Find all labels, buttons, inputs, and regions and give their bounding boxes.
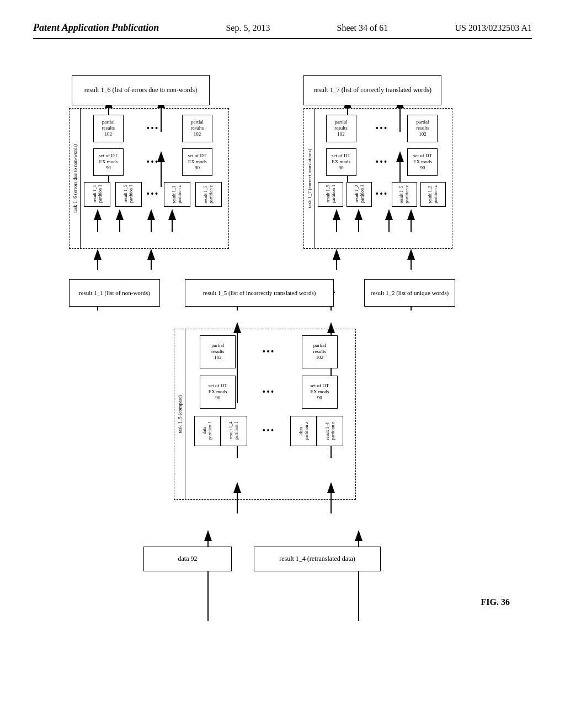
result1-5-partz: result 1_5partition z bbox=[195, 182, 222, 207]
result1-1-box: result 1_1 (list of non-words) bbox=[69, 279, 160, 307]
partial-results-1-left: partialresults102 bbox=[93, 115, 124, 142]
dots-8: ••• bbox=[263, 387, 275, 397]
task1-5-group: task 1_5 (compare) partialresults102 •••… bbox=[174, 329, 356, 500]
set-dt-1-left: set of DTEX mods90 bbox=[93, 148, 124, 176]
set-dt-2-right: set of DTEX mods90 bbox=[407, 148, 438, 176]
result1-2-box: result 1_2 (list of unique words) bbox=[364, 279, 455, 307]
result1-1-partz: result 1_1partition z bbox=[164, 182, 190, 207]
result1-5-part1: result 1_5partition 1 bbox=[115, 182, 142, 207]
result1-2-part1: result 1_2partition 1 bbox=[347, 182, 372, 207]
partial-results-3-left: partialresults102 bbox=[200, 335, 236, 368]
result1-5-partz-r: result 1_5partition z bbox=[392, 182, 417, 207]
partial-results-1-right: partialresults102 bbox=[182, 115, 212, 142]
dots-7: ••• bbox=[263, 347, 275, 357]
dots-9: ••• bbox=[263, 426, 275, 436]
result1-4-partz: result 1_4partition z bbox=[317, 416, 343, 446]
set-dt-1-right: set of DTEX mods90 bbox=[182, 148, 212, 176]
header-sheet: Sheet 34 of 61 bbox=[337, 23, 388, 33]
partial-results-2-left: partialresults102 bbox=[326, 115, 356, 142]
partial-results-2-right: partialresults102 bbox=[407, 115, 438, 142]
dots-6: ••• bbox=[376, 189, 388, 199]
fig-label: FIG. 36 bbox=[481, 597, 510, 607]
task1-7-group: task 1_7 (correct translations) partialr… bbox=[303, 108, 452, 249]
dots-5: ••• bbox=[376, 157, 388, 167]
task1-5-label: task 1_5 (compare) bbox=[177, 395, 183, 433]
dots-3: ••• bbox=[147, 189, 159, 199]
diagram-area: result 1_6 (list of errors due to non-wo… bbox=[33, 50, 532, 690]
data-partz: datapartition z bbox=[290, 416, 317, 446]
page: Patent Application Publication Sep. 5, 2… bbox=[0, 0, 565, 728]
dots-1: ••• bbox=[147, 124, 159, 133]
result1-2-partz: result 1_2partition z bbox=[420, 182, 446, 207]
result1-6-box: result 1_6 (list of errors due to non-wo… bbox=[72, 75, 210, 105]
header-date: Sep. 5, 2013 bbox=[226, 23, 270, 33]
set-dt-3-right: set of DTEX mods90 bbox=[302, 376, 338, 409]
task1-6-label: task 1_6 (errors due to non-words) bbox=[72, 144, 78, 213]
result1-5-box: result 1_5 (list of incorrectly translat… bbox=[185, 279, 334, 307]
task1-7-label: task 1_7 (correct translations) bbox=[307, 149, 312, 208]
header-patent: US 2013/0232503 A1 bbox=[455, 23, 532, 33]
header: Patent Application Publication Sep. 5, 2… bbox=[33, 22, 532, 39]
result1-4-box: result 1_4 (retranslated data) bbox=[254, 547, 381, 571]
data-part1: datapartition 1 bbox=[194, 416, 221, 446]
dots-4: ••• bbox=[376, 124, 388, 133]
data92-box: data 92 bbox=[143, 547, 232, 571]
result1-4-part1: result 1_4partition 1 bbox=[221, 416, 247, 446]
header-left: Patent Application Publication bbox=[33, 22, 159, 34]
set-dt-2-left: set of DTEX mods90 bbox=[326, 148, 356, 176]
task1-6-group: task 1_6 (errors due to non-words) parti… bbox=[69, 108, 229, 249]
dots-2: ••• bbox=[147, 157, 159, 167]
result1-5-part1-r: result 1_5partition 1 bbox=[318, 182, 343, 207]
result1-7-box: result 1_7 (list of correctly translated… bbox=[303, 75, 441, 105]
partial-results-3-right: partialresults102 bbox=[302, 335, 338, 368]
set-dt-3-left: set of DTEX mods90 bbox=[200, 376, 236, 409]
result1-1-part1: result 1_1partition 1 bbox=[84, 182, 110, 207]
